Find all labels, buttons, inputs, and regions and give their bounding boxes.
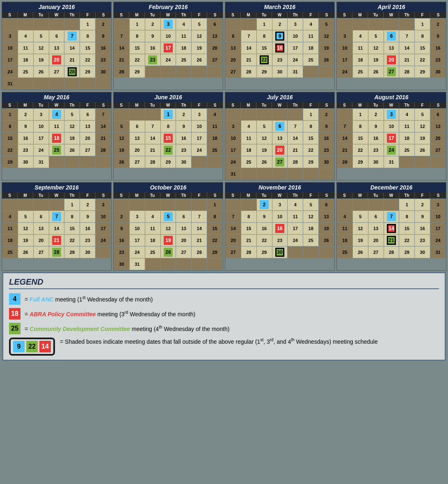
day-cell: 22: [207, 235, 222, 246]
day-cell: 13: [80, 121, 95, 132]
day-header-m: M: [129, 12, 145, 18]
day-cell: 31: [226, 168, 241, 180]
day-cell: 13: [207, 30, 222, 42]
day-cell: [18, 199, 33, 210]
day-header-f: F: [80, 12, 96, 18]
day-cell: 8: [399, 211, 414, 222]
day-cell: 23: [114, 247, 129, 258]
day-cell: 1: [303, 109, 318, 120]
month-block-february-2016: February 2016SMTuWThFS123456789101112131…: [113, 2, 223, 90]
meeting-badge: 18: [52, 134, 61, 143]
day-cell: 27: [130, 156, 145, 168]
day-cell: 2: [176, 109, 191, 120]
day-header-w: W: [272, 12, 288, 18]
day-cell: [337, 18, 352, 30]
day-cell: 20: [368, 235, 384, 246]
day-cell: 17: [337, 54, 352, 66]
day-cell: 31: [130, 258, 145, 270]
day-cell: 16: [176, 132, 191, 144]
legend-text: = Community Development Committee meetin…: [25, 325, 229, 332]
meeting-badge: 19: [164, 236, 173, 245]
day-cell: 12: [114, 132, 129, 144]
day-cell: [2, 18, 18, 30]
month-block-may-2016: May 2016SMTuWThFS12345678910111213141516…: [2, 92, 112, 180]
day-cell: 14: [192, 223, 207, 234]
day-header-w: W: [384, 102, 399, 108]
day-header-f: F: [192, 12, 207, 18]
day-header-tu: Tu: [145, 192, 160, 199]
day-cell: 22: [130, 54, 145, 66]
day-cell: 12: [368, 42, 384, 54]
day-cell: 26: [34, 66, 49, 78]
day-cell: 18: [241, 144, 256, 156]
day-cell: 20: [49, 54, 64, 66]
days-grid: 1234567891011121314151617181920212223242…: [2, 18, 111, 90]
day-cell: [2, 199, 18, 210]
day-cell: 8: [80, 30, 95, 42]
day-cell: 18: [303, 42, 318, 54]
legend-text: = Full ANC meeting (1st Wednesday of the…: [25, 295, 153, 303]
day-header-s: S: [96, 102, 111, 108]
day-cell: 29: [207, 247, 222, 258]
day-cell: [34, 18, 49, 30]
day-cell: 7: [399, 30, 414, 42]
day-cell: 22: [64, 235, 80, 246]
day-cell: 5: [415, 109, 430, 120]
day-cell: 10: [337, 42, 352, 54]
month-header: October 2016: [114, 183, 223, 192]
day-cell: 20: [226, 235, 241, 246]
day-cell: 7: [241, 30, 256, 42]
day-cell: 13: [34, 223, 49, 234]
day-cell: 6: [49, 30, 64, 42]
day-cell: 1: [207, 199, 222, 210]
meeting-badge: 16: [275, 224, 284, 233]
day-cell: [303, 247, 318, 258]
meeting-badge: 2: [260, 200, 269, 209]
day-cell: 17: [288, 42, 303, 54]
days-grid: 1234567891011121314151617181920212223242…: [2, 108, 111, 168]
day-cell: 19: [353, 235, 368, 246]
meeting-badge: 7: [387, 212, 396, 221]
day-cell: 4: [207, 109, 222, 120]
day-cell: 26: [192, 54, 207, 66]
month-block-january-2016: January 2016SMTuWThFS1234567891011121314…: [2, 2, 112, 90]
day-cell: [145, 109, 160, 120]
day-cell: 13: [384, 42, 399, 54]
day-cell: 1: [64, 199, 80, 210]
day-cell: 27: [207, 54, 222, 66]
shaded-boxes-row: 92214= Shaded boxes indicate meeting dat…: [9, 338, 439, 356]
day-cell: 2: [430, 18, 446, 30]
day-header-m: M: [241, 12, 256, 18]
shaded-badge: 14: [39, 341, 51, 352]
day-cell: 25: [18, 66, 33, 78]
day-cell: 14: [96, 121, 111, 132]
day-header-s: S: [207, 102, 223, 108]
day-cell: [353, 199, 368, 210]
day-cell: 16: [80, 223, 95, 234]
day-cell: 28: [241, 247, 256, 258]
day-cell: [368, 18, 384, 30]
day-cell: 30: [368, 156, 384, 168]
day-cell: 25: [303, 235, 318, 246]
day-cell: 20: [34, 235, 49, 246]
day-header-f: F: [415, 12, 430, 18]
day-cell: 10: [288, 30, 303, 42]
day-cell: 7: [96, 109, 111, 120]
day-cell: 15: [80, 42, 95, 54]
day-cell: 4: [288, 199, 303, 210]
days-grid: 1234567891011121314151617181920212223242…: [337, 108, 446, 168]
day-cell: 9: [319, 121, 334, 132]
day-header-tu: Tu: [368, 192, 384, 199]
day-cell: [226, 199, 241, 210]
day-cell: [319, 66, 334, 78]
day-header-f: F: [303, 102, 319, 108]
day-cell: 11: [18, 42, 33, 54]
legend-badge: 25: [9, 323, 21, 334]
meeting-badge: 30: [275, 248, 284, 257]
meeting-badge: 24: [387, 146, 396, 155]
day-cell: 11: [2, 223, 18, 234]
day-cell: [49, 78, 64, 89]
day-cell: 23: [430, 54, 446, 66]
day-cell: 21: [384, 235, 399, 246]
day-cell: 3: [161, 18, 176, 30]
